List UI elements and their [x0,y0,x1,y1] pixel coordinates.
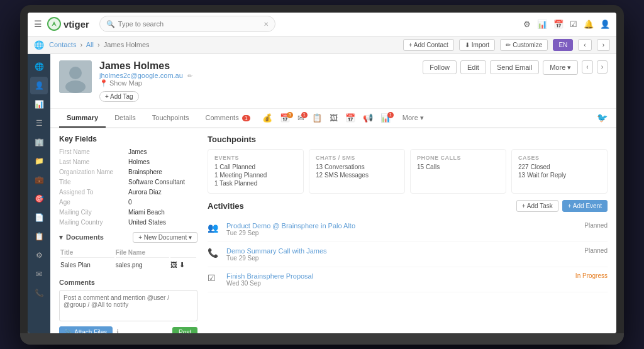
breadcrumb-arrow-left[interactable]: ‹ [578,39,591,51]
field-age: Age 0 [59,199,197,206]
import-icon: ⬇ [465,42,470,48]
next-contact-button[interactable]: › [597,60,608,74]
activity-date-3: Wed 30 Sep [226,280,569,287]
sidebar-item-phone[interactable]: 📞 [30,284,48,302]
settings-icon[interactable]: ⚙ [523,19,531,29]
send-email-button[interactable]: Send Email [490,60,539,74]
tab-icon-calendar[interactable]: 📅3 [277,109,293,126]
key-fields-title: Key Fields [59,135,197,143]
bell-icon[interactable]: 🔔 [584,19,594,29]
search-bar[interactable]: 🔍 ✕ [99,16,275,32]
new-document-button[interactable]: + New Document ▾ [133,232,197,243]
tab-summary[interactable]: Summary [59,109,106,128]
field-assigned: Assigned To Aurora Diaz [59,189,197,196]
activity-item-2: 📞 Demo Summary Call with James Tue 29 Se… [208,242,608,267]
sidebar-item-globe[interactable]: 🌐 [30,58,48,75]
field-org: Organization Name Brainsphere [59,169,197,175]
tab-details[interactable]: Details [107,109,143,128]
activities-buttons: + Add Task + Add Event [516,200,608,212]
key-fields-list: First Name James Last Name Holmes Organi… [59,148,197,226]
left-sidebar: 🌐 👤 📊 ☰ 🏢 📁 💼 🎯 📄 📋 ⚙ ✉ 📞 [28,54,50,333]
tab-icon-email[interactable]: ✉1 [294,109,308,126]
activity-date-2: Tue 29 Sep [226,255,578,262]
sidebar-item-org[interactable]: 🏢 [30,133,48,151]
activity-name-3[interactable]: Finish Brainsphere Proposal [226,272,569,280]
attach-files-button[interactable]: 📎 Attach Files [59,326,113,333]
post-comment-button[interactable]: Post [172,327,197,333]
doc-action-icons[interactable]: 🖼 ⬇ [170,259,196,271]
documents-section: ▾ Documents + New Document ▾ Title File … [59,232,197,272]
import-button[interactable]: ⬇ Import [459,39,495,51]
sidebar-item-contacts[interactable]: 👤 [30,77,48,94]
tab-icon-money[interactable]: 💰 [259,109,275,126]
contact-map[interactable]: 📍 Show Map [99,79,415,87]
add-event-button[interactable]: + Add Event [562,200,608,212]
field-last-name: Last Name Holmes [59,158,197,165]
breadcrumb-contacts[interactable]: Contacts [49,41,76,48]
tab-icon-image[interactable]: 🖼 [326,109,341,126]
tab-icon-doc[interactable]: 📋 [309,109,325,126]
activity-item-3: ☑ Finish Brainsphere Proposal Wed 30 Sep… [208,267,608,292]
activity-info-2: Demo Summary Call with James Tue 29 Sep [226,247,578,262]
sidebar-item-email[interactable]: ✉ [30,265,48,283]
more-button[interactable]: More ▾ [543,60,578,75]
check-icon[interactable]: ☑ [570,19,577,29]
sidebar-item-deals[interactable]: 💼 [30,171,48,189]
tab-icon-cal2[interactable]: 📅 [342,109,358,126]
add-contact-button[interactable]: + Add Contact [403,39,454,51]
breadcrumb-all[interactable]: All [86,41,94,48]
right-column: Touchpoints EVENTS 1 Call Planned 1 Meet… [208,135,608,333]
search-input[interactable] [118,20,264,28]
tab-touchpoints[interactable]: Touchpoints [145,109,197,128]
tab-more[interactable]: More ▾ [395,109,431,128]
activities-section: Activities + Add Task + Add Event 👥 Prod… [208,200,608,292]
customize-button[interactable]: ✏ Customize [500,39,548,51]
avatar [59,60,92,93]
chart-icon[interactable]: 📊 [537,19,547,29]
calendar-icon[interactable]: 📅 [553,19,564,29]
activity-name-1[interactable]: Product Demo @ Brainsphere in Palo Alto [226,222,578,230]
contact-email[interactable]: jholmes2c@google.com.au ✏ [99,72,415,79]
map-pin-icon: 📍 [99,79,108,87]
hamburger-icon[interactable]: ☰ [34,19,42,29]
edit-email-icon[interactable]: ✏ [187,72,192,79]
tab-icon-chart[interactable]: 📊1 [377,109,394,126]
sidebar-item-targets[interactable]: 🎯 [30,190,48,208]
sidebar-item-settings[interactable]: ⚙ [30,247,48,264]
language-button[interactable]: EN [553,39,573,51]
activity-info-3: Finish Brainsphere Proposal Wed 30 Sep [226,272,569,287]
activity-name-2[interactable]: Demo Summary Call with James [226,247,578,255]
field-first-name: First Name James [59,148,197,155]
tp-card-events: EVENTS 1 Call Planned 1 Meeting Planned … [208,149,304,194]
sidebar-item-folder[interactable]: 📁 [30,152,48,170]
contact-header: James Holmes jholmes2c@google.com.au ✏ 📍… [50,54,616,109]
twitter-icon[interactable]: 🐦 [597,113,608,123]
globe-icon[interactable]: 🌐 [34,40,44,50]
field-title: Title Software Consultant [59,179,197,186]
tab-icon-megaphone[interactable]: 📢 [360,109,376,126]
comment-input[interactable] [59,290,197,321]
activity-date-1: Tue 29 Sep [226,230,578,236]
sidebar-item-list[interactable]: ☰ [30,114,48,132]
two-col-layout: Key Fields First Name James Last Name Ho… [50,128,616,333]
sidebar-item-analytics[interactable]: 📊 [30,96,48,113]
docs-header: ▾ Documents + New Document ▾ [59,232,197,243]
sidebar-item-reports[interactable]: 📄 [30,209,48,226]
tabs-twitter: 🐦 [597,113,608,123]
add-task-button[interactable]: + Add Task [516,200,558,212]
tp-card-cases: CASES 227 Closed 13 Wait for Reply [511,149,608,194]
attach-icon: 📎 [65,329,72,333]
user-icon[interactable]: 👤 [600,19,610,29]
breadcrumb-current: James Holmes [104,41,150,48]
sidebar-item-docs[interactable]: 📋 [30,228,48,245]
edit-button[interactable]: Edit [460,60,486,74]
touchpoints-grid: EVENTS 1 Call Planned 1 Meeting Planned … [208,149,608,194]
add-tag-button[interactable]: + Add Tag [99,91,139,102]
activities-header: Activities + Add Task + Add Event [208,200,608,212]
follow-button[interactable]: Follow [423,60,457,74]
breadcrumb-arrow-right[interactable]: › [597,39,610,51]
nav-icons: ⚙ 📊 📅 ☑ 🔔 👤 [523,19,610,29]
tab-comments[interactable]: Comments 1 [197,109,257,128]
tabs-bar: Summary Details Touchpoints Comments 1 💰… [50,109,616,128]
prev-contact-button[interactable]: ‹ [582,60,592,74]
